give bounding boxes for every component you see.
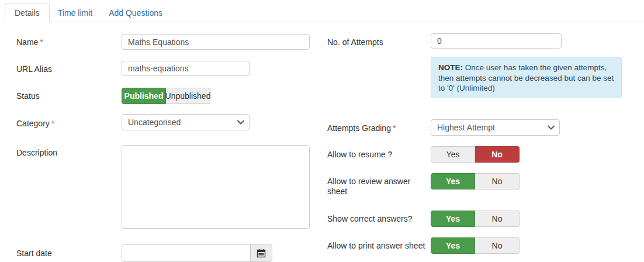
status-unpublished-button[interactable]: Unpublished [166, 88, 210, 104]
note-title: NOTE: [438, 63, 463, 72]
attempts-input[interactable] [431, 33, 562, 49]
attempts-grading-select[interactable]: Highest Attempt [431, 119, 560, 136]
calendar-button[interactable] [250, 244, 272, 262]
url-alias-label: URL Alias [16, 64, 52, 74]
name-input[interactable] [122, 34, 310, 50]
category-label: Category* [16, 119, 54, 129]
url-alias-input[interactable] [122, 61, 250, 76]
attempts-label: No. of Attempts [327, 37, 383, 47]
required-asterisk: * [40, 37, 43, 47]
yes-button[interactable]: Yes [431, 173, 475, 189]
allow-review-label: Allow to review answer sheet [327, 177, 431, 196]
status-label: Status [16, 91, 40, 101]
no-button[interactable]: No [475, 146, 520, 163]
show-correct-label: Show correct answers? [327, 214, 431, 224]
allow-resume-label: Allow to resume ? [327, 150, 431, 160]
category-select-wrap: Uncategorised [122, 114, 250, 130]
allow-review-toggle: Yes No [431, 173, 520, 189]
required-asterisk: * [51, 119, 54, 128]
tab-time-limit[interactable]: Time limit [50, 4, 101, 22]
description-textarea[interactable] [122, 145, 310, 229]
start-date-label: Start date [16, 249, 52, 258]
no-button[interactable]: No [475, 173, 520, 189]
yes-button[interactable]: Yes [431, 237, 475, 254]
category-select[interactable]: Uncategorised [122, 114, 250, 130]
tab-add-questions[interactable]: Add Questions [101, 4, 171, 22]
status-published-button[interactable]: Published [122, 88, 166, 104]
required-asterisk: * [393, 123, 396, 133]
tab-details[interactable]: Details [5, 4, 50, 22]
yes-button[interactable]: Yes [431, 211, 475, 227]
calendar-icon [257, 249, 266, 258]
allow-resume-toggle: Yes No [431, 146, 520, 163]
attempts-grading-label: Attempts Grading* [327, 123, 396, 133]
show-correct-toggle: Yes No [431, 211, 520, 227]
grading-select-wrap: Highest Attempt [431, 119, 560, 136]
status-toggle: Published Unpublished [122, 88, 210, 104]
quiz-details-form: Details Time limit Add Questions Name* U… [0, 0, 644, 262]
tab-bar: Details Time limit Add Questions [0, 3, 644, 22]
no-button[interactable]: No [475, 211, 520, 227]
note-box: NOTE: Once user has taken the given atte… [431, 57, 622, 98]
no-button[interactable]: No [475, 237, 520, 254]
allow-print-toggle: Yes No [431, 237, 520, 254]
yes-button[interactable]: Yes [431, 146, 475, 163]
description-label: Description [16, 148, 57, 158]
start-date-input[interactable] [122, 244, 251, 262]
allow-print-label: Allow to print answer sheet [327, 241, 432, 251]
name-label: Name* [16, 37, 43, 47]
note-text: Once user has taken the given attempts, … [438, 63, 614, 92]
